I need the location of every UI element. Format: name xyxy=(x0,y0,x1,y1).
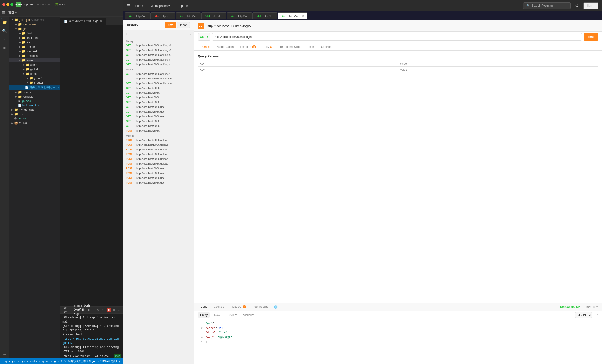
postman-tab-2[interactable]: GET http://lo... xyxy=(176,12,201,19)
history-item[interactable]: GEThttp://localhost:8080/api/admin xyxy=(123,81,194,86)
req-tab-pre-request[interactable]: Pre-request Script xyxy=(275,44,304,50)
tree-item-test[interactable]: ▶ 📁 test xyxy=(10,112,60,116)
terminal-btn-stop[interactable]: ■ xyxy=(107,308,110,312)
ide-menu-icon[interactable]: ☰ xyxy=(2,10,5,15)
postman-tab-3[interactable]: GET http://lo... xyxy=(201,12,226,19)
tree-item-template[interactable]: ▶ 📁 template xyxy=(10,94,60,99)
terminal-link[interactable]: https://pkg.go.dev/github.com/gin-gonic/ xyxy=(63,337,120,345)
url-input[interactable] xyxy=(212,33,582,41)
tree-item-router[interactable]: ▾ 📁 router xyxy=(10,58,60,62)
history-new-button[interactable]: New xyxy=(165,22,176,28)
tree-item-Response[interactable]: ▶ 📁 Response xyxy=(10,53,60,58)
tree-item-routerfile[interactable]: 📄 路由分组注册中间件.go xyxy=(10,85,60,90)
history-item[interactable]: POSThttp://localhost:8080/user xyxy=(123,180,194,185)
history-item[interactable]: POSThttp://localhost:8080/upload xyxy=(123,142,194,147)
tree-item-Bind[interactable]: ▶ 📁 Bind xyxy=(10,31,60,35)
history-more-icon[interactable]: ··· xyxy=(189,32,191,36)
postman-signin-button[interactable]: Sign In xyxy=(583,2,598,9)
tree-item-data_Bind[interactable]: ▶ 📁 data_Bind xyxy=(10,35,60,40)
req-tab-authorization[interactable]: Authorization xyxy=(214,44,236,50)
tree-item-my_go_note[interactable]: ▶ 📁 my_go_note xyxy=(10,107,60,112)
postman-tab-1[interactable]: DEL http://lo... xyxy=(150,12,175,19)
sidebar-icon-files[interactable]: 📁 xyxy=(1,19,8,26)
history-item[interactable]: GEThttp://localhost:8080/api/user xyxy=(123,72,194,76)
tree-item-alone[interactable]: ▶ 📁 alone xyxy=(10,62,60,67)
history-item[interactable]: GEThttp://localhost:8080/api/admin xyxy=(123,76,194,81)
postman-tab-4[interactable]: GET http://lo... xyxy=(227,12,252,19)
wrap-icon[interactable]: ⇄ xyxy=(595,313,598,317)
tree-item-gin[interactable]: ▾ 📁 gin xyxy=(10,27,60,31)
postman-gear-icon[interactable]: ⚙ xyxy=(575,4,579,8)
req-tab-settings[interactable]: Settings xyxy=(318,44,334,50)
history-item[interactable]: GEThttp://localhost:8080/ xyxy=(123,95,194,100)
terminal-btn-more[interactable]: ··· xyxy=(117,308,121,312)
req-tab-params[interactable]: Params xyxy=(198,44,213,50)
history-item[interactable]: POSThttp://localhost:8080/upload xyxy=(123,138,194,142)
postman-nav-workspaces[interactable]: Workspaces ▾ xyxy=(149,3,172,9)
tree-item-外部库[interactable]: ▶ 📦 外部库 xyxy=(10,121,60,125)
terminal-btn-trash[interactable]: 🗑 xyxy=(112,308,116,312)
resp-tab-headers[interactable]: Headers 4 xyxy=(228,304,249,310)
tree-item-global[interactable]: ▶ 📁 global xyxy=(10,67,60,72)
tree-item-gomod_root[interactable]: ⚙ go.mod xyxy=(10,116,60,121)
param-key-input[interactable] xyxy=(200,68,396,72)
postman-nav-explore[interactable]: Explore xyxy=(176,3,190,9)
history-item[interactable]: GEThttp://localhost:8080/ xyxy=(123,90,194,95)
tree-item-group1[interactable]: ▶ 📁 group1 xyxy=(10,76,60,80)
resp-tab-tests[interactable]: Test Results xyxy=(250,304,271,310)
method-select[interactable]: GET ▾ xyxy=(198,33,210,41)
sidebar-icon-git[interactable]: ⑂ xyxy=(1,35,8,43)
sidebar-icon-search[interactable]: 🔍 xyxy=(1,27,8,34)
format-tab-preview[interactable]: Preview xyxy=(224,312,239,318)
req-tab-headers[interactable]: Headers 8 xyxy=(237,44,259,50)
history-item[interactable]: GEThttp://localhost:8080/use xyxy=(123,114,194,119)
history-item[interactable]: POSThttp://localhost:8080/user xyxy=(123,166,194,171)
param-value-input[interactable] xyxy=(400,68,596,72)
terminal-close-tab[interactable]: ✕ xyxy=(97,308,99,312)
resp-tab-body[interactable]: Body xyxy=(198,304,210,310)
history-item[interactable]: GEThttp://localhost:8080/api/login/ xyxy=(123,48,194,52)
history-item[interactable]: GEThttp://localhost:8080/user xyxy=(123,109,194,114)
history-item[interactable]: POSThttp://localhost:8080/upload xyxy=(123,161,194,166)
tree-item-Headers[interactable]: ▶ 📁 Headers xyxy=(10,44,60,49)
history-item[interactable]: GEThttp://localhost:8080/api/login/ xyxy=(123,43,194,48)
history-item[interactable]: GEThttp://localhost:8080/api/login xyxy=(123,62,194,67)
tree-item-goproject[interactable]: ▾ 📁 goproject G:\goproject xyxy=(10,18,60,22)
history-import-button[interactable]: Import xyxy=(177,22,190,28)
format-tab-pretty[interactable]: Pretty xyxy=(198,312,210,318)
tree-item-Request[interactable]: ▶ 📁 Request xyxy=(10,49,60,53)
req-tab-tests[interactable]: Tests xyxy=(305,44,317,50)
ide-toolbar-arrow[interactable]: ▾ xyxy=(15,11,17,14)
format-tab-raw[interactable]: Raw xyxy=(212,312,222,318)
resp-tab-cookies[interactable]: Cookies xyxy=(211,304,227,310)
tree-item-group2[interactable]: ▾ 📁 group2 xyxy=(10,80,60,85)
tab-close-6[interactable]: ✕ xyxy=(302,15,304,17)
editor-tab-routerfile[interactable]: 📄 路由分组注册中间件.go ✕ xyxy=(60,18,106,25)
history-filter-icon[interactable]: ⊟ xyxy=(126,32,129,36)
postman-tab-0[interactable]: GET http://lo... xyxy=(125,12,150,19)
tree-item-goroutine[interactable]: ▶ 📁 -goroutine- xyxy=(10,22,60,27)
format-tab-visualize[interactable]: Visualize xyxy=(241,312,257,318)
sidebar-icon-extensions[interactable]: ⊞ xyxy=(1,44,8,52)
tree-item-gomod2[interactable]: ⚙ go.mod xyxy=(10,99,60,103)
tree-item-group[interactable]: ▾ 📁 group xyxy=(10,72,60,76)
postman-menu-icon[interactable]: ☰ xyxy=(127,4,130,8)
postman-search-bar[interactable]: 🔍 Search Postman xyxy=(523,2,570,9)
send-button[interactable]: Send xyxy=(584,33,598,41)
tab-close-icon[interactable]: ✕ xyxy=(100,20,102,23)
tree-item-file[interactable]: ▶ 📁 file xyxy=(10,40,60,44)
history-item[interactable]: GEThttp://localhost:8080/ xyxy=(123,124,194,128)
sidebar-icon-more[interactable]: ··· xyxy=(1,351,8,358)
postman-tab-6[interactable]: GET http://lo... ✕ xyxy=(278,12,307,19)
history-item[interactable]: POSThttp://localhost:8080/upload xyxy=(123,152,194,156)
terminal-btn-restart[interactable]: ↺ xyxy=(102,308,105,312)
format-select[interactable]: JSON HTML Text xyxy=(575,312,592,318)
tree-item-Source[interactable]: ▶ 📁 Source xyxy=(10,90,60,94)
req-tab-body[interactable]: Body xyxy=(260,44,275,50)
history-item[interactable]: POSThttp://localhost:8080/upload xyxy=(123,156,194,161)
history-item[interactable]: GEThttp://localhost:8080/api/login. xyxy=(123,52,194,57)
history-item[interactable]: GEThttp://localhost:8080/ xyxy=(123,100,194,104)
history-item[interactable]: POSThttp://localhost:8080/user xyxy=(123,171,194,176)
history-item[interactable]: GEThttp://localhost:8080/ xyxy=(123,86,194,90)
history-item[interactable]: GEThttp://localhost:8080/ xyxy=(123,119,194,124)
